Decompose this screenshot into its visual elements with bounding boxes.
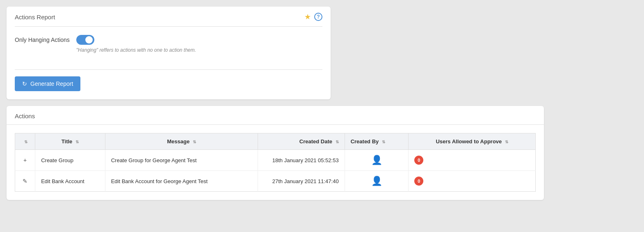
row-1-message: Edit Bank Account for George Agent Test (105, 171, 258, 192)
card-icons: ★ ? (304, 12, 322, 21)
row-0-approve: 0 (409, 150, 536, 171)
help-icon[interactable]: ? (314, 13, 322, 21)
col-created-by-label: Created By (351, 138, 379, 145)
sort-icon-col4: ⇅ (382, 140, 385, 144)
row-1-created-date: 27th January 2021 11:47:40 (258, 171, 345, 192)
only-hanging-actions-toggle[interactable] (76, 35, 94, 45)
toggle-hint: "Hanging" reffers to actions with no one… (76, 47, 196, 53)
col-approve[interactable]: Users Allowed to Approve ⇅ (409, 133, 536, 150)
col-created-by[interactable]: Created By ⇅ (345, 133, 409, 150)
card-title: Actions Report (15, 14, 55, 21)
card-header: Actions Report ★ ? (7, 7, 331, 26)
row-0-created-by: 👤 (345, 150, 409, 171)
row-1-icon-symbol: ✎ (23, 178, 27, 184)
col-title[interactable]: Title ⇅ (35, 133, 105, 150)
table-header-row: ⇅ Title ⇅ Message ⇅ Created Date ⇅ (15, 133, 536, 150)
card-footer: ↻ Generate Report (7, 76, 331, 99)
table-wrapper: ⇅ Title ⇅ Message ⇅ Created Date ⇅ (7, 125, 544, 200)
sort-icon-col5: ⇅ (505, 140, 508, 144)
actions-section-card: Actions ⇅ Title ⇅ Message (7, 106, 544, 200)
row-1-title: Edit Bank Account (35, 171, 105, 192)
card-body: Only Hanging Actions "Hanging" reffers t… (7, 27, 331, 63)
sort-icon-col2: ⇅ (193, 140, 196, 144)
actions-section-title: Actions (15, 113, 35, 119)
col-created-date[interactable]: Created Date ⇅ (258, 133, 345, 150)
generate-icon: ↻ (22, 80, 27, 87)
table-row: ✎Edit Bank AccountEdit Bank Account for … (15, 171, 536, 192)
row-1-user-avatar-icon: 👤 (371, 176, 382, 186)
actions-report-card: Actions Report ★ ? Only Hanging Actions … (7, 7, 331, 99)
toggle-container: "Hanging" reffers to actions with no one… (76, 35, 196, 53)
col-title-label: Title (62, 138, 73, 145)
toggle-label: Only Hanging Actions (15, 37, 70, 43)
generate-report-button[interactable]: ↻ Generate Report (15, 76, 80, 91)
row-0-action-icon[interactable]: + (15, 150, 35, 171)
sort-icon-col3: ⇅ (336, 140, 339, 144)
row-1-action-icon[interactable]: ✎ (15, 171, 35, 192)
row-0-approve-badge: 0 (414, 156, 423, 165)
row-0-icon-symbol: + (23, 157, 27, 163)
col-icon: ⇅ (15, 133, 35, 150)
row-1-approve: 0 (409, 171, 536, 192)
toggle-slider (76, 35, 94, 45)
row-0-user-avatar-icon: 👤 (371, 155, 382, 165)
row-1-created-by: 👤 (345, 171, 409, 192)
table-row: +Create GroupCreate Group for George Age… (15, 150, 536, 171)
row-0-title: Create Group (35, 150, 105, 171)
page-wrapper: Actions Report ★ ? Only Hanging Actions … (0, 0, 644, 207)
row-0-message: Create Group for George Agent Test (105, 150, 258, 171)
sort-icon-col0: ⇅ (24, 140, 27, 144)
star-icon[interactable]: ★ (304, 12, 311, 21)
actions-section-header: Actions (7, 106, 544, 124)
col-created-date-label: Created Date (299, 138, 332, 145)
toggle-row: Only Hanging Actions "Hanging" reffers t… (15, 35, 322, 53)
actions-table: ⇅ Title ⇅ Message ⇅ Created Date ⇅ (15, 133, 536, 192)
col-message-label: Message (167, 138, 190, 145)
card-footer-divider (15, 69, 322, 70)
row-1-approve-badge: 0 (414, 177, 423, 186)
generate-report-label: Generate Report (30, 80, 73, 87)
col-approve-label: Users Allowed to Approve (436, 138, 502, 145)
col-message[interactable]: Message ⇅ (105, 133, 258, 150)
row-0-created-date: 18th January 2021 05:52:53 (258, 150, 345, 171)
sort-icon-col1: ⇅ (75, 140, 79, 144)
